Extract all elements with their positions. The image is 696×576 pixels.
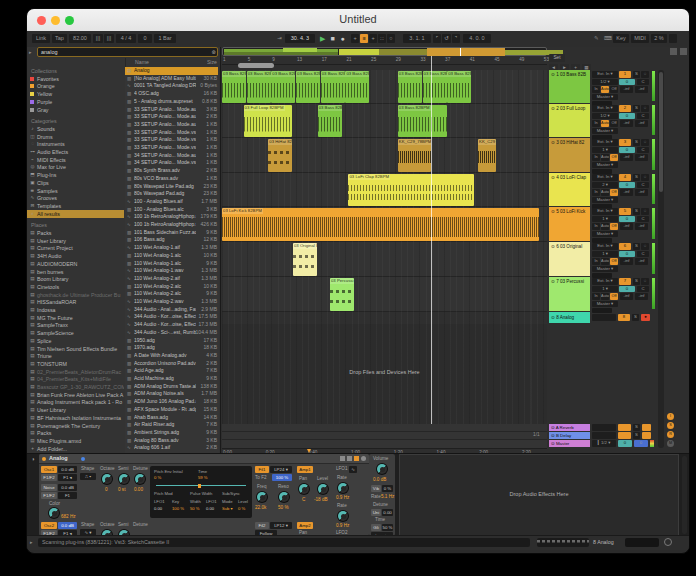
loop-button[interactable]: ↺ <box>442 34 451 43</box>
device-panel-icon[interactable] <box>340 456 345 461</box>
output-chooser[interactable]: Master ▾ <box>592 231 618 238</box>
master-volume-field[interactable]: 0 <box>618 440 632 447</box>
ss-level-value[interactable]: 0 % <box>238 506 245 511</box>
file-row[interactable]: ∿Analog 606 1.aif2 KB <box>125 444 218 452</box>
arrangement-clip[interactable]: 03 Bass 82BPM <box>423 71 447 103</box>
solo-button[interactable]: S <box>633 174 640 181</box>
monitor-in-button[interactable]: In <box>592 86 600 93</box>
output-chooser[interactable]: Master ▾ <box>592 266 618 273</box>
file-row[interactable]: ∿110 Wet Analog-1.aif1.3 MB <box>125 244 218 252</box>
send-a-field[interactable]: -inf <box>620 293 633 300</box>
output-chooser[interactable]: Master ▾ <box>592 162 618 169</box>
send-b-field[interactable]: -inf <box>635 154 648 161</box>
cue-volume-field[interactable]: 0 <box>634 440 648 447</box>
track-delay-field[interactable] <box>592 169 612 174</box>
play-button[interactable]: ▶ <box>318 34 327 43</box>
volume-field[interactable]: 0 <box>619 286 635 293</box>
monitor-in-button[interactable]: In <box>592 293 600 300</box>
mixer-section-toggle-s[interactable]: S <box>667 422 674 429</box>
volume-knob[interactable] <box>376 463 388 475</box>
track-header-name[interactable]: ⊙ 2 03 Full Loop <box>549 104 590 137</box>
noise-route-select[interactable]: F1 <box>58 492 77 499</box>
arrangement-clip[interactable]: 03 Bass 82BPM <box>447 71 471 103</box>
track-delay-field[interactable] <box>592 432 616 439</box>
automation-view-icon[interactable] <box>680 48 687 55</box>
fil1-type-select[interactable]: LP24 ▾ <box>270 466 292 473</box>
reenable-automation-button[interactable]: + <box>369 34 377 43</box>
file-row[interactable]: ▥1950.adg17 KB <box>125 337 218 345</box>
track-lane[interactable] <box>222 242 547 277</box>
midi-map-button[interactable]: MIDI <box>631 34 649 43</box>
mixer-section-toggle-m[interactable]: M <box>667 440 674 447</box>
track-header-name[interactable]: ⊙ 7 03 Percussi <box>549 277 590 311</box>
send-a-field[interactable]: -inf <box>620 120 633 127</box>
monitor-in-button[interactable]: In <box>592 258 600 265</box>
volume-field[interactable]: 0 <box>619 251 635 258</box>
device-fold-icon[interactable] <box>354 456 359 461</box>
input-channel-chooser[interactable]: 1 ▾ <box>592 216 618 223</box>
time-signature-field[interactable]: 4 / 4 <box>116 34 136 43</box>
fil1-button[interactable]: Fil1 <box>255 466 269 473</box>
master-track-name[interactable]: ⊙ Master <box>549 440 590 447</box>
track-header-name[interactable]: ⊙ 3 03 HiHat 82 <box>549 138 590 172</box>
automation-arm-button[interactable]: ≡ <box>360 34 368 43</box>
output-chooser[interactable]: Master ▾ <box>592 94 618 101</box>
mixer-section-toggle-i[interactable]: I <box>667 413 674 420</box>
file-row[interactable]: ▥33 SETUP Analo... Mode.aupreset3 KB <box>125 106 218 114</box>
arrangement-clip[interactable]: 03 Original 8 <box>293 243 317 276</box>
output-chooser[interactable]: Master ▾ <box>592 128 618 135</box>
send-b-field[interactable]: -inf <box>635 258 648 265</box>
arrangement-clip[interactable]: 03 Bass 82BPM <box>398 105 447 137</box>
quantize-menu[interactable]: 0 <box>138 34 152 43</box>
nudge-down-button[interactable]: ||| <box>93 34 103 43</box>
track-delay-field[interactable] <box>592 314 616 321</box>
punch-in-button[interactable]: ⌜ <box>433 34 441 43</box>
track-activator[interactable]: 1 <box>619 71 631 78</box>
file-row[interactable]: ▥Ahab Bass.adg14 KB <box>125 414 218 422</box>
send-a-field[interactable]: -inf <box>620 189 633 196</box>
sidebar-item-all-results[interactable]: All results⌕ <box>27 210 124 218</box>
file-row[interactable]: ▥Analog 80 Bass.adv3 KB <box>125 437 218 445</box>
arm-button[interactable]: ○ <box>641 174 649 181</box>
post-toggle[interactable] <box>642 432 651 439</box>
file-row[interactable]: ∿344 Audio - Kor...oise, Effect.wav17.3 … <box>125 321 218 329</box>
input-type-chooser[interactable]: Ext. In ▾ <box>592 139 618 146</box>
search-clear-icon[interactable]: ⊗ <box>211 49 216 55</box>
file-row[interactable]: ▥1970.adg18 KB <box>125 344 218 352</box>
capture-midi-button[interactable]: ∷ <box>378 34 386 43</box>
send-a-field[interactable]: -inf <box>620 223 633 230</box>
computer-midi-keyboard-icon[interactable]: ⌨ <box>602 34 611 43</box>
file-row[interactable]: ▥Ambient Strings.adg9 KB <box>125 429 218 437</box>
input-channel-chooser[interactable]: 2 ▾ <box>592 182 618 189</box>
arrangement-clip[interactable]: KK_C29_78BPM <box>398 139 431 172</box>
arrangement-clip[interactable]: 03 Bass 82BPM <box>296 71 320 103</box>
search-input[interactable]: analog <box>37 47 218 57</box>
file-row[interactable]: ▥33 SETUP Analo... Mode.vstpreset1 KB <box>125 136 218 144</box>
pan-field[interactable]: C <box>637 147 649 154</box>
return-track-name[interactable]: ⊙ A Reverb <box>549 424 590 431</box>
monitor-off-button[interactable]: Off <box>610 293 618 300</box>
set-locator-button[interactable]: Set <box>549 54 565 62</box>
file-row[interactable]: ▥110 Wet Analog-2.alc9 KB <box>125 290 218 298</box>
monitor-auto-button[interactable]: Auto <box>601 223 609 230</box>
send-b-field[interactable]: -inf <box>635 223 648 230</box>
pw-width-value[interactable]: 50 % <box>190 506 200 511</box>
arrangement-clip[interactable]: 03 LoFi Clap 82BPM <box>348 174 474 206</box>
volume-field[interactable]: 0 <box>619 79 635 86</box>
osc1-button[interactable]: Osc1 <box>41 466 57 473</box>
gli-value[interactable]: 50 % <box>382 524 393 531</box>
device-help-icon[interactable] <box>361 456 366 461</box>
monitor-auto-button[interactable]: Auto <box>601 293 609 300</box>
status-fold-icon[interactable]: ▸ <box>30 539 33 545</box>
osc2-level-field[interactable]: 0.0 dB <box>58 522 77 529</box>
file-row[interactable]: ▥80s VCO Brass.adv1 KB <box>125 175 218 183</box>
send-a-field[interactable]: -inf <box>620 86 633 93</box>
tap-button[interactable]: Tap <box>52 34 67 43</box>
output-chooser[interactable]: Master ▾ <box>592 197 618 204</box>
input-type-chooser[interactable]: Ext. In ▾ <box>592 278 618 285</box>
master-output-chooser[interactable]: ▎1/2 ▾ <box>592 440 616 447</box>
arrangement-clip[interactable]: 03 Percussi <box>330 278 354 311</box>
detune-knob[interactable] <box>134 473 146 485</box>
fil2-button[interactable]: Fil2 <box>255 522 269 529</box>
arrangement-clip[interactable]: KK_C29 <box>478 139 496 172</box>
